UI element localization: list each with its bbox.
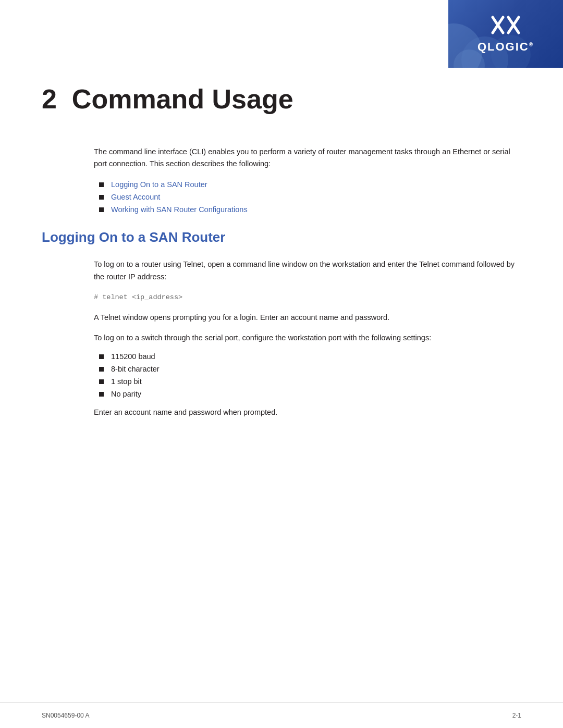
chapter-title-text: Command Usage xyxy=(72,84,293,114)
section1-para2: A Telnet window opens prompting you for … xyxy=(94,312,521,324)
section1-para1: To log on to a router using Telnet, open… xyxy=(94,258,521,282)
setting-parity: No parity xyxy=(111,390,141,398)
toc-link-logging[interactable]: Logging On to a SAN Router xyxy=(111,180,207,189)
setting-baud: 115200 baud xyxy=(111,352,155,361)
chapter-title: 2 Command Usage xyxy=(42,83,521,115)
section1-para3: To log on to a switch through the serial… xyxy=(94,332,521,344)
main-content: The command line interface (CLI) enables… xyxy=(0,135,563,418)
list-item: No parity xyxy=(99,390,521,398)
footer-page-number: 2-1 xyxy=(512,712,521,719)
header-logo-area: QLOGIC® xyxy=(448,0,563,68)
logo-text: QLOGIC® xyxy=(478,40,534,54)
toc-link-guest[interactable]: Guest Account xyxy=(111,193,160,201)
intro-paragraph: The command line interface (CLI) enables… xyxy=(94,146,521,170)
bullet-icon xyxy=(99,379,104,384)
bullet-icon xyxy=(99,392,104,397)
setting-character: 8-bit character xyxy=(111,365,160,373)
bullet-icon xyxy=(99,354,104,359)
bullet-icon xyxy=(99,367,104,372)
list-item: Guest Account xyxy=(99,193,521,201)
list-item: 1 stop bit xyxy=(99,377,521,386)
settings-list: 115200 baud 8-bit character 1 stop bit N… xyxy=(99,352,521,398)
list-item: 115200 baud xyxy=(99,352,521,361)
qlogic-logo: QLOGIC® xyxy=(478,15,534,54)
code-block: # telnet <ip_address> xyxy=(94,291,521,303)
toc-link-working[interactable]: Working with SAN Router Configurations xyxy=(111,205,248,214)
section1-heading: Logging On to a SAN Router xyxy=(42,229,521,248)
bullet-icon xyxy=(99,207,104,212)
footer-doc-number: SN0054659-00 A xyxy=(42,712,89,719)
setting-stop-bit: 1 stop bit xyxy=(111,377,142,386)
logo-registered: ® xyxy=(529,41,534,47)
bullet-icon xyxy=(99,195,104,200)
chapter-number: 2 xyxy=(42,84,57,114)
list-item: Working with SAN Router Configurations xyxy=(99,205,521,214)
list-item: Logging On to a SAN Router xyxy=(99,180,521,189)
toc-list: Logging On to a SAN Router Guest Account… xyxy=(99,180,521,214)
section1-para4: Enter an account name and password when … xyxy=(94,406,521,418)
bullet-icon xyxy=(99,182,104,187)
logo-symbol xyxy=(478,15,534,39)
list-item: 8-bit character xyxy=(99,365,521,373)
page-footer: SN0054659-00 A 2-1 xyxy=(0,702,563,728)
